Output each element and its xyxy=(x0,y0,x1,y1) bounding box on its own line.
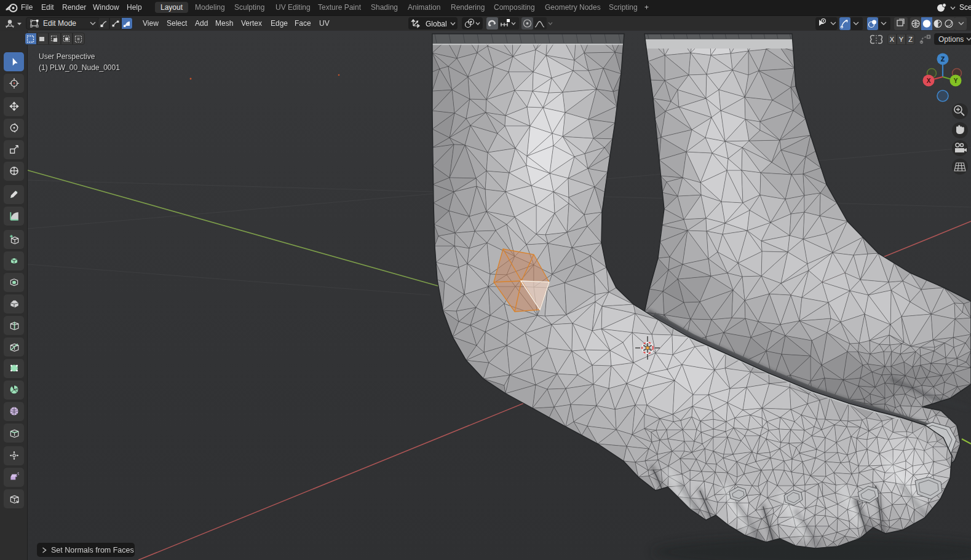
svg-text:Y: Y xyxy=(954,77,958,84)
svg-text:X: X xyxy=(927,77,931,84)
svg-text:Z: Z xyxy=(941,56,945,63)
